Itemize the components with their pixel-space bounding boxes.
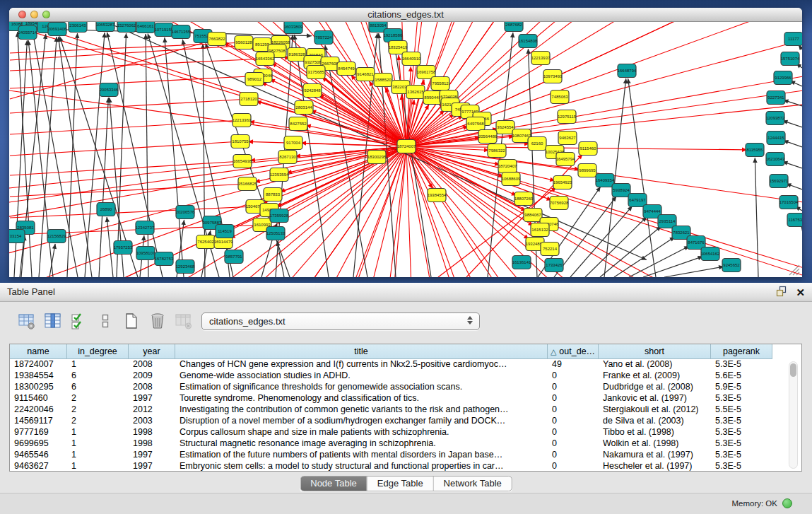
graph-node[interactable]: 16154808 <box>519 35 538 48</box>
graph-node[interactable]: 12213937 <box>531 52 551 65</box>
graph-node[interactable]: 18807269 <box>514 192 534 206</box>
table-cell[interactable]: 2003 <box>129 416 175 427</box>
table-cell[interactable]: Structural magnetic resonance image aver… <box>175 438 548 450</box>
graph-node[interactable]: 16543362 <box>256 52 275 66</box>
column-header-pagerank[interactable]: pagerank <box>711 344 772 359</box>
graph-node[interactable]: 20053346 <box>100 83 119 97</box>
graph-node[interactable]: 19218586 <box>384 29 403 42</box>
table-cell[interactable]: Wolkin et al. (1998) <box>599 438 711 450</box>
table-cell[interactable]: 9699695 <box>10 438 67 450</box>
graph-node[interactable]: 917004 <box>284 136 302 150</box>
column-header-in_degree[interactable]: in_degree <box>67 344 129 359</box>
table-scrollbar[interactable] <box>789 361 798 469</box>
graph-node[interactable]: 14671355 <box>172 25 191 39</box>
table-cell[interactable]: 18300295 <box>10 382 67 393</box>
table-cell[interactable]: 1998 <box>129 438 175 450</box>
graph-node[interactable]: 17359928 <box>270 209 289 223</box>
table-cell[interactable]: 14569117 <box>10 416 67 427</box>
graph-node[interactable]: 18300295 <box>367 151 387 164</box>
graph-node[interactable]: 12156829 <box>47 230 66 243</box>
graph-node[interactable]: 8427552 <box>289 117 307 131</box>
graph-node[interactable]: 15276062 <box>117 22 136 33</box>
graph-node[interactable]: 62160 <box>528 137 546 151</box>
graph-node[interactable]: 6466161 <box>136 22 155 33</box>
table-cell[interactable]: 9777169 <box>10 427 67 438</box>
table-cell[interactable]: 5.3E-5 <box>711 393 772 404</box>
graph-node[interactable]: 9899695 <box>578 164 596 177</box>
graph-node-hub[interactable]: 18724007 <box>397 140 416 153</box>
graph-node[interactable]: 16640910 <box>402 52 421 66</box>
table-cell[interactable]: 2 <box>67 393 129 404</box>
graph-node[interactable]: 1810755 <box>231 135 249 148</box>
table-cell[interactable]: 1997 <box>129 450 175 461</box>
table-cell[interactable]: 5.3E-5 <box>711 359 772 370</box>
table-cell[interactable]: 1997 <box>129 393 175 404</box>
table-cell[interactable]: 2008 <box>129 359 175 370</box>
graph-node[interactable]: 1588520 <box>374 74 392 87</box>
graph-node[interactable]: 10653287 <box>96 22 115 32</box>
table-row[interactable]: 1830029562008Estimation of significance … <box>10 382 801 393</box>
table-options-icon[interactable] <box>17 311 37 331</box>
column-visibility-icon[interactable] <box>43 311 63 331</box>
table-cell[interactable]: Hescheler et al. (1997) <box>599 461 711 472</box>
table-cell[interactable]: 0 <box>548 438 599 450</box>
table-cell[interactable]: 5.3E-5 <box>711 461 772 472</box>
table-cell[interactable]: Estimation of significance thresholds fo… <box>175 382 548 393</box>
graph-node[interactable]: 18720407 <box>498 160 517 173</box>
table-cell[interactable]: Corpus callosum shape and size in male p… <box>175 427 548 438</box>
table-row[interactable]: 969969511998Structural magnetic resonanc… <box>10 438 801 450</box>
graph-node[interactable]: 12923468 <box>176 260 195 274</box>
graph-node[interactable]: 7955812 <box>431 77 449 90</box>
table-row[interactable]: 946554611997Estimation of the future num… <box>10 450 801 461</box>
graph-node[interactable]: 10973493 <box>543 70 563 83</box>
graph-node[interactable]: 19654923 <box>553 176 572 189</box>
graph-node[interactable]: 20206576 <box>176 206 195 219</box>
graph-node[interactable]: 16033809 <box>284 22 303 34</box>
graph-node[interactable]: 6497568 <box>466 117 485 131</box>
table-cell[interactable]: 0 <box>548 450 599 461</box>
graph-node[interactable]: 9227341 <box>767 91 785 105</box>
table-cell[interactable]: 19384554 <box>10 370 67 382</box>
graph-node[interactable]: 9129966 <box>774 71 792 85</box>
graph-node[interactable]: 2687682 <box>505 22 523 32</box>
table-cell[interactable]: 0 <box>548 393 599 404</box>
table-row[interactable]: 1872400712008Changes of HCN gene express… <box>10 359 801 370</box>
delete-column-icon[interactable] <box>148 311 167 331</box>
graph-node[interactable]: 7857224 <box>314 31 333 45</box>
graph-node[interactable]: 2306143 <box>69 22 87 33</box>
table-cell[interactable]: 0 <box>548 370 599 382</box>
graph-node[interactable]: 9245652 <box>722 259 741 272</box>
table-cell[interactable]: 1 <box>67 461 129 472</box>
graph-node[interactable]: 15166825 <box>238 177 257 191</box>
table-cell[interactable]: 2 <box>67 416 129 427</box>
table-cell[interactable]: 2 <box>67 404 129 416</box>
graph-node[interactable]: 7485063 <box>551 90 569 104</box>
table-row[interactable]: 1938455462009Genome-wide association stu… <box>10 370 801 382</box>
float-panel-icon[interactable] <box>776 286 787 300</box>
graph-node[interactable]: 33154 <box>9 230 25 243</box>
table-cell[interactable]: 2009 <box>129 370 175 382</box>
table-cell[interactable]: 5.5E-5 <box>711 404 772 416</box>
table-row[interactable]: 946362711997Embryonic stem cells: a mode… <box>10 461 801 472</box>
new-column-icon[interactable] <box>122 311 141 331</box>
table-cell[interactable]: 9465546 <box>10 450 67 461</box>
graph-node[interactable]: 7625402 <box>196 235 215 249</box>
graph-node[interactable]: 2718120 <box>240 93 258 106</box>
graph-node[interactable]: 989012 <box>245 73 264 86</box>
network-view-window[interactable]: citations_edges.txt 16088189541244240557… <box>9 8 802 277</box>
graph-node[interactable]: 15751074 <box>781 52 800 66</box>
column-header-title[interactable]: title <box>175 344 548 359</box>
graph-node[interactable]: 12213363 <box>233 114 252 127</box>
graph-node[interactable]: 1733426 <box>545 259 563 272</box>
table-cell[interactable]: 1998 <box>129 427 175 438</box>
table-row[interactable]: 2242004622012Investigating the contribut… <box>10 404 801 416</box>
graph-node[interactable]: 16648794 <box>618 64 637 78</box>
table-cell[interactable]: 0 <box>548 427 599 438</box>
table-row[interactable]: 1456911722003Disruption of a novel membe… <box>10 416 801 427</box>
table-cell[interactable]: Genome-wide association studies in ADHD. <box>175 370 548 382</box>
graph-node[interactable]: 10654162 <box>701 247 720 261</box>
graph-node[interactable]: 1244415 <box>767 132 785 145</box>
table-cell[interactable]: 5.3E-5 <box>711 438 772 450</box>
graph-node[interactable]: 5938924 <box>612 184 630 197</box>
table-cell[interactable]: Tibbo et al. (1998) <box>599 427 711 438</box>
